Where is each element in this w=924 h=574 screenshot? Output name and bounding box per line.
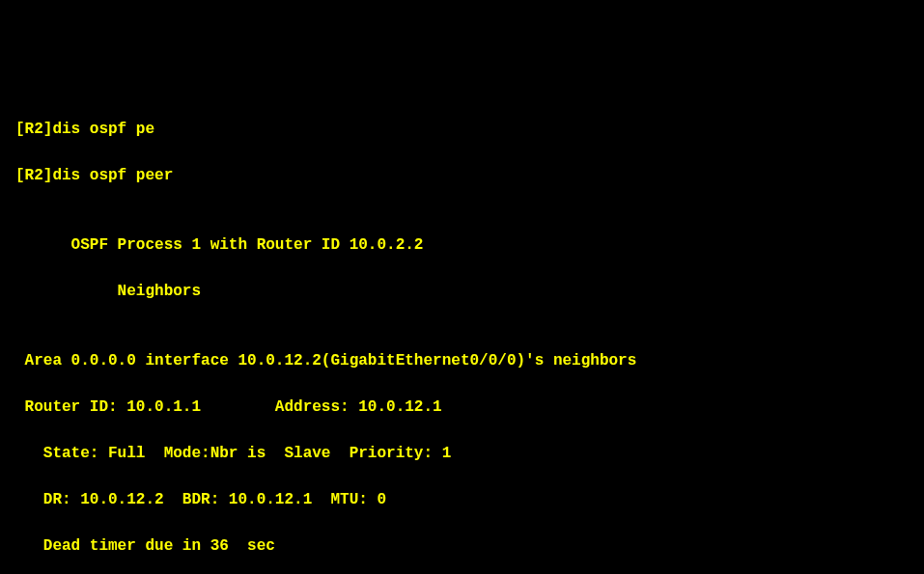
area-interface-line: Area 0.0.0.0 interface 10.0.12.2(Gigabit… xyxy=(15,349,909,372)
dr-bdr-mtu-line: DR: 10.0.12.2 BDR: 10.0.12.1 MTU: 0 xyxy=(15,488,909,511)
router-id-address-line: Router ID: 10.0.1.1 Address: 10.0.12.1 xyxy=(15,396,909,419)
ospf-process-header: OSPF Process 1 with Router ID 10.0.2.2 xyxy=(15,233,909,257)
terminal-output: [R2]dis ospf pe [R2]dis ospf peer OSPF P… xyxy=(15,95,909,574)
dead-timer-line: Dead timer due in 36 sec xyxy=(15,534,909,558)
command-line-truncated: [R2]dis ospf pe xyxy=(15,118,909,141)
neighbors-header: Neighbors xyxy=(15,280,909,303)
state-mode-line: State: Full Mode:Nbr is Slave Priority: … xyxy=(15,442,909,465)
command-line: [R2]dis ospf peer xyxy=(15,164,909,187)
